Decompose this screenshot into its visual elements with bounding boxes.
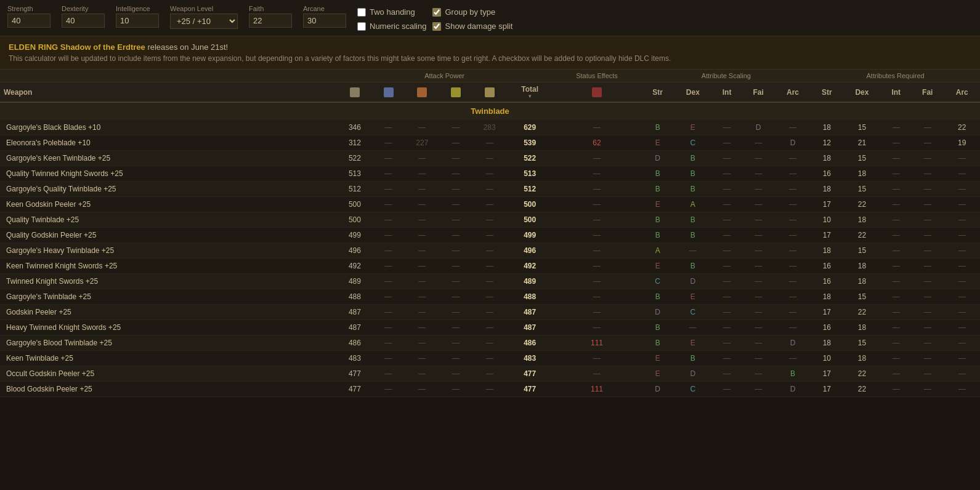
dex-sc-cell: D <box>674 274 712 289</box>
announcement-highlight: ELDEN RING Shadow of the Erdtree <box>9 42 145 52</box>
str-req-cell: 17 <box>811 305 843 320</box>
mag-cell: — <box>373 135 404 151</box>
table-row[interactable]: Quality Twinblade +25500————500—BB———101… <box>0 212 980 228</box>
arc-req-cell: — <box>944 366 980 382</box>
show-damage-split-label[interactable]: Show damage split <box>445 22 512 31</box>
arc-sc-cell: D <box>775 382 811 397</box>
int-sc-cell: — <box>712 243 742 259</box>
weapon-name-cell: Heavy Twinned Knight Swords +25 <box>0 320 337 335</box>
weapon-name-cell: Keen Twinblade +25 <box>0 351 337 366</box>
dex-req-cell: 18 <box>843 274 881 289</box>
weapon-name-cell: Quality Twinned Knight Swords +25 <box>0 166 337 182</box>
weapon-name-cell: Twinned Knight Swords +25 <box>0 274 337 289</box>
str-sc-cell: B <box>642 335 674 351</box>
two-handing-label[interactable]: Two handing <box>370 7 415 17</box>
show-damage-split-checkbox[interactable] <box>432 22 441 31</box>
table-row[interactable]: Eleonora's Poleblade +10312—227——53962EC… <box>0 135 980 151</box>
total-cell: 539 <box>508 135 553 151</box>
weapon-level-select[interactable]: +25 / +10 +24 / +9 +20 / +8 <box>170 14 238 29</box>
int-sc-cell: — <box>712 228 742 243</box>
mag-cell: — <box>373 366 404 382</box>
table-row[interactable]: Gargoyle's Twinblade +25488————488—BE———… <box>0 289 980 305</box>
fai-req-cell: — <box>911 259 944 274</box>
status-cell: — <box>552 274 641 289</box>
phys-cell: 489 <box>337 274 373 289</box>
chevron-down-icon[interactable]: ▼ <box>527 94 532 99</box>
lght-cell: — <box>440 228 472 243</box>
fai-sc-cell: — <box>742 135 774 151</box>
holy-cell: 283 <box>472 120 508 135</box>
numeric-scaling-label[interactable]: Numeric scaling <box>370 22 426 31</box>
phys-cell: 487 <box>337 305 373 320</box>
table-row[interactable]: Occult Godskin Peeler +25477————477—ED——… <box>0 366 980 382</box>
table-row[interactable]: Keen Twinblade +25483————483—EB———1018——… <box>0 351 980 366</box>
int-sc-cell: — <box>712 197 742 212</box>
fai-sc-cell: — <box>742 243 774 259</box>
status-cell: — <box>552 320 641 335</box>
weapon-table: Attack Power Status Effects Attribute Sc… <box>0 70 980 397</box>
int-sc-cell: — <box>712 182 742 197</box>
table-row[interactable]: Godskin Peeler +25487————487—DC———1722——… <box>0 305 980 320</box>
total-cell: 489 <box>508 274 553 289</box>
table-row[interactable]: Gargoyle's Keen Twinblade +25522————522—… <box>0 151 980 166</box>
table-row[interactable]: Gargoyle's Heavy Twinblade +25496————496… <box>0 243 980 259</box>
weapon-name-cell: Gargoyle's Quality Twinblade +25 <box>0 182 337 197</box>
mag-cell: — <box>373 228 404 243</box>
holy-cell: — <box>472 320 508 335</box>
str-req-cell: 10 <box>811 212 843 228</box>
group-by-type-checkbox[interactable] <box>432 8 441 17</box>
int-sc-cell: — <box>712 259 742 274</box>
table-row[interactable]: Keen Twinned Knight Swords +25492————492… <box>0 259 980 274</box>
arc-req-cell: — <box>944 166 980 182</box>
str-sc-cell: D <box>642 305 674 320</box>
weapon-name-cell: Occult Godskin Peeler +25 <box>0 366 337 382</box>
table-body: TwinbladeGargoyle's Black Blades +10346—… <box>0 102 980 397</box>
str-req-cell: 17 <box>811 366 843 382</box>
dex-sc-cell: B <box>674 228 712 243</box>
table-row[interactable]: Keen Godskin Peeler +25500————500—EA———1… <box>0 197 980 212</box>
fai-sc-cell: — <box>742 166 774 182</box>
dexterity-label: Dexterity <box>62 5 105 12</box>
holy-cell: — <box>472 197 508 212</box>
faith-input[interactable] <box>249 14 292 28</box>
intelligence-group: Intelligence <box>116 5 159 28</box>
arc-sc-cell: — <box>775 197 811 212</box>
table-row[interactable]: Gargoyle's Black Blades +10346———283629—… <box>0 120 980 135</box>
lght-cell: — <box>440 166 472 182</box>
group-by-type-label[interactable]: Group by type <box>445 7 495 17</box>
arcane-input[interactable] <box>303 14 346 28</box>
arc-sc-cell: D <box>775 335 811 351</box>
fai-sc-cell: D <box>742 120 774 135</box>
intelligence-input[interactable] <box>116 14 159 28</box>
int-sc-cell: — <box>712 151 742 166</box>
strength-input[interactable] <box>7 14 51 28</box>
numeric-scaling-checkbox[interactable] <box>357 22 366 31</box>
status-cell: 111 <box>552 335 641 351</box>
fai-req-cell: — <box>911 212 944 228</box>
table-row[interactable]: Heavy Twinned Knight Swords +25487————48… <box>0 320 980 335</box>
dex-req-cell: 18 <box>843 212 881 228</box>
dex-req-cell: 15 <box>843 289 881 305</box>
dex-req-cell: 15 <box>843 120 881 135</box>
controls-bar: Strength Dexterity Intelligence Weapon L… <box>0 0 980 36</box>
status-cell: — <box>552 197 641 212</box>
arc-sc-cell: — <box>775 320 811 335</box>
table-row[interactable]: Blood Godskin Peeler +25477————477111DC—… <box>0 382 980 397</box>
fire-cell: — <box>404 243 440 259</box>
group-by-type-row: Group by type <box>432 7 512 17</box>
two-handing-checkbox[interactable] <box>357 8 366 17</box>
dexterity-input[interactable] <box>62 14 105 28</box>
arc-req-cell: — <box>944 197 980 212</box>
arc-req-cell: — <box>944 351 980 366</box>
mag-cell: — <box>373 120 404 135</box>
mag-cell: — <box>373 305 404 320</box>
table-row[interactable]: Gargoyle's Blood Twinblade +25486————486… <box>0 335 980 351</box>
show-damage-split-row: Show damage split <box>432 22 512 31</box>
status-cell: — <box>552 351 641 366</box>
table-row[interactable]: Gargoyle's Quality Twinblade +25512————5… <box>0 182 980 197</box>
table-row[interactable]: Twinned Knight Swords +25489————489—CD——… <box>0 274 980 289</box>
table-row[interactable]: Quality Godskin Peeler +25499————499—BB—… <box>0 228 980 243</box>
total-label: Total <box>521 85 538 94</box>
phys-cell: 492 <box>337 259 373 274</box>
table-row[interactable]: Quality Twinned Knight Swords +25513————… <box>0 166 980 182</box>
